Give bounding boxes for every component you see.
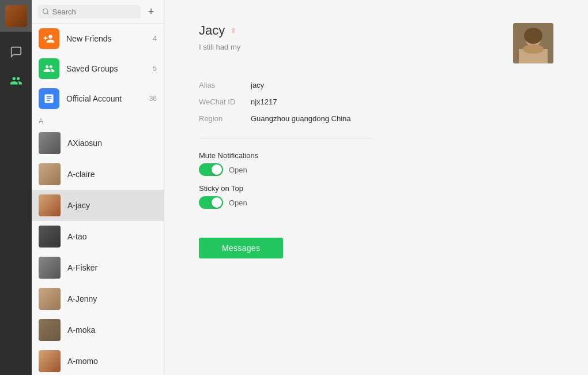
messages-btn-wrap: Messages [199, 238, 283, 258]
wechat-id-field: WeChat ID njx1217 [199, 97, 350, 106]
sticky-knob [212, 197, 222, 208]
mute-row: Mute Notifications Open [199, 151, 258, 176]
contact-a-jenny[interactable]: A-Jenny [32, 283, 164, 314]
sticky-control: Open [199, 196, 258, 209]
contact-a-momo[interactable]: A-momo [32, 346, 164, 375]
official-account-icon [39, 88, 59, 109]
search-input[interactable] [52, 7, 137, 16]
alias-field: Alias jacy [199, 81, 350, 89]
region-value: Guangzhou guangdong China [251, 114, 350, 123]
contacts-list: New Friends 4 Saved Groups 5 Official Ac… [32, 24, 164, 375]
profile-photo-inner [513, 23, 553, 63]
a-jacy-avatar [39, 194, 61, 216]
toggle-section: Mute Notifications Open Sticky on Top Op… [199, 151, 258, 209]
contact-a-fisker[interactable]: A-Fisker [32, 252, 164, 283]
saved-groups-item[interactable]: Saved Groups 5 [32, 54, 164, 84]
add-button[interactable]: + [144, 5, 158, 18]
mute-knob [212, 164, 222, 175]
sticky-label: Sticky on Top [199, 184, 258, 193]
user-avatar[interactable] [0, 0, 32, 32]
section-letter-a: A [32, 114, 164, 127]
a-jacy-name: A-jacy [67, 201, 90, 210]
official-account-label: Official Account [66, 94, 149, 103]
a-jenny-avatar [39, 288, 61, 310]
avatar-image [5, 5, 27, 27]
profile-photo-svg [513, 23, 553, 63]
gender-icon: ♀ [229, 25, 236, 36]
profile-name-row: Jacy ♀ [199, 23, 513, 38]
new-friends-icon [39, 28, 59, 49]
person-add-icon [43, 33, 55, 44]
region-label: Region [199, 114, 251, 123]
saved-groups-icon [39, 58, 59, 79]
a-moka-name: A-moka [67, 325, 95, 335]
sticky-toggle[interactable] [199, 196, 223, 209]
profile-divider [199, 138, 372, 138]
wechat-id-value: njx1217 [251, 97, 277, 106]
saved-groups-label: Saved Groups [66, 64, 153, 73]
profile-status: I still had my [199, 43, 513, 51]
a-momo-name: A-momo [67, 357, 98, 366]
axiaosun-avatar [39, 132, 61, 154]
search-icon [42, 7, 50, 16]
mute-label: Mute Notifications [199, 151, 258, 160]
profile-info: Jacy ♀ I still had my [199, 23, 513, 51]
axiaosun-name: AXiaosun [67, 138, 102, 148]
sticky-state: Open [229, 198, 247, 207]
wechat-id-label: WeChat ID [199, 97, 251, 106]
region-field: Region Guangzhou guangdong China [199, 114, 350, 123]
a-claire-name: A-claire [67, 170, 95, 179]
group-icon [43, 63, 55, 74]
official-account-item[interactable]: Official Account 36 [32, 84, 164, 114]
article-icon [43, 93, 55, 104]
mute-control: Open [199, 163, 258, 176]
icon-bar [0, 0, 32, 375]
search-input-wrap[interactable] [37, 5, 141, 18]
svg-point-6 [523, 44, 544, 54]
alias-label: Alias [199, 81, 251, 89]
contact-axiaosun[interactable]: AXiaosun [32, 127, 164, 159]
nav-icons [0, 38, 32, 95]
svg-line-1 [47, 13, 48, 14]
contact-a-jacy[interactable]: A-jacy [32, 190, 164, 221]
profile-name: Jacy [199, 23, 225, 38]
a-fisker-name: A-Fisker [67, 263, 97, 272]
saved-groups-count: 5 [153, 65, 157, 73]
contact-a-tao[interactable]: A-tao [32, 221, 164, 252]
new-friends-count: 4 [153, 35, 157, 43]
sticky-row: Sticky on Top Open [199, 184, 258, 209]
alias-value: jacy [251, 81, 264, 89]
svg-point-4 [524, 28, 542, 44]
mute-toggle[interactable] [199, 163, 223, 176]
a-tao-avatar [39, 226, 61, 247]
contact-a-claire[interactable]: A-claire [32, 159, 164, 190]
chat-nav-item[interactable] [0, 38, 32, 66]
new-friends-label: New Friends [66, 34, 153, 43]
a-fisker-avatar [39, 257, 61, 279]
official-account-count: 36 [149, 95, 157, 103]
chat-icon [10, 46, 22, 58]
a-tao-name: A-tao [67, 232, 86, 241]
a-moka-avatar [39, 319, 61, 341]
main-content: Jacy ♀ I still had my Alias jacy [164, 0, 588, 375]
search-bar: + [32, 0, 164, 24]
a-jenny-name: A-Jenny [67, 294, 97, 303]
messages-button[interactable]: Messages [199, 238, 283, 258]
svg-point-0 [43, 9, 48, 13]
a-claire-avatar [39, 163, 61, 185]
mute-state: Open [229, 166, 247, 174]
contacts-panel: + New Friends 4 Saved Groups 5 [32, 0, 164, 375]
a-momo-avatar [39, 350, 61, 372]
contact-a-moka[interactable]: A-moka [32, 314, 164, 346]
contacts-icon [10, 74, 22, 87]
new-friends-item[interactable]: New Friends 4 [32, 24, 164, 54]
contacts-nav-item[interactable] [0, 66, 32, 95]
profile-fields: Alias jacy WeChat ID njx1217 Region Guan… [199, 81, 350, 123]
profile-photo [513, 23, 553, 63]
profile-header: Jacy ♀ I still had my [199, 23, 553, 63]
